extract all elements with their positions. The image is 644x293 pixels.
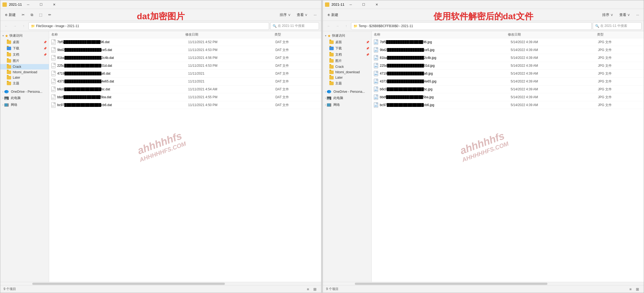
left-back-button[interactable]: ← xyxy=(2,22,10,30)
left-scrollbar[interactable] xyxy=(0,282,321,285)
right-address-box[interactable]: 📁 Temp › $26B8$BCFFB38$0 › 2021-11 xyxy=(351,22,592,30)
right-up-button[interactable]: ↑ xyxy=(342,22,350,30)
right-scrollbar[interactable] xyxy=(323,282,644,285)
right-sidebar-theme[interactable]: 主题 xyxy=(323,80,371,87)
left-sidebar-theme[interactable]: 主题 xyxy=(0,80,49,87)
right-back-button[interactable]: ← xyxy=(325,22,333,30)
left-sidebar-later[interactable]: Later xyxy=(0,75,49,80)
right-grid-view-button[interactable]: ⊞ xyxy=(635,286,640,292)
right-view-buttons: ≡ ⊞ xyxy=(627,286,640,292)
right-sidebar-network-header[interactable]: › 🌐 网络 xyxy=(323,101,371,108)
left-sidebar-documents[interactable]: 文档 📌 xyxy=(0,52,49,58)
left-copy-button[interactable]: ⧉ xyxy=(28,11,36,18)
left-minimize-button[interactable]: ─ xyxy=(22,0,34,9)
right-sidebar-desktop[interactable]: 桌面 📌 xyxy=(323,39,371,45)
right-forward-button[interactable]: → xyxy=(334,22,341,30)
right-title-bar: 2021-11 ─ ☐ ✕ xyxy=(323,0,644,9)
left-rename-button[interactable]: ✏ xyxy=(46,11,54,18)
right-sidebar-quickaccess-header[interactable]: ▾ ★ 快速访问 xyxy=(323,32,371,39)
left-more-button[interactable]: ··· xyxy=(311,11,319,18)
right-maximize-button[interactable]: ☐ xyxy=(358,0,370,9)
table-row[interactable]: JPG4373████████████████4e65.jpg5/14/2022… xyxy=(372,78,644,85)
right-list-view-button[interactable]: ≡ xyxy=(627,286,633,292)
left-sidebar-hitomi[interactable]: hitomi_download xyxy=(0,69,49,75)
left-new-button[interactable]: ⊕ 新建 xyxy=(2,11,18,19)
right-sidebar-hitomi[interactable]: hitomi_download xyxy=(323,69,371,75)
left-scrollbar-thumb[interactable] xyxy=(32,283,225,285)
table-row[interactable]: DATb6c0████████████████bc.dat11/11/2021 … xyxy=(49,85,321,93)
dat-file-icon: DAT xyxy=(51,94,56,100)
left-maximize-button[interactable]: ☐ xyxy=(35,0,47,9)
right-sidebar-downloads[interactable]: 下载 📌 xyxy=(323,45,371,52)
left-documents-label: 文档 xyxy=(13,52,19,57)
left-sidebar-pictures[interactable]: 图片 xyxy=(0,58,49,64)
left-up-button[interactable]: ↑ xyxy=(20,22,27,30)
left-crack-label: Crack xyxy=(13,65,21,69)
right-sidebar-later[interactable]: Later xyxy=(323,75,371,80)
table-row[interactable]: DAT7bf5████████████████96.dat11/11/2021 … xyxy=(49,38,321,46)
left-list-view-button[interactable]: ≡ xyxy=(305,286,311,292)
table-row[interactable]: JPG225d████████████████01d.jpg5/14/2022 … xyxy=(372,62,644,70)
file-date: 11/11/2021 4:53 PM xyxy=(188,48,276,52)
right-minimize-button[interactable]: ─ xyxy=(345,0,357,9)
left-sort-button[interactable]: 排序 ∨ xyxy=(277,11,293,19)
right-scrollbar-thumb[interactable] xyxy=(355,283,547,285)
left-close-button[interactable]: ✕ xyxy=(48,0,60,9)
file-type: DAT 文件 xyxy=(275,103,319,107)
table-row[interactable]: JPG9bd2████████████████ce5.jpg5/14/2022 … xyxy=(372,46,644,54)
left-sidebar-onedrive-header[interactable]: › OneDrive - Persona... xyxy=(0,89,49,95)
table-row[interactable]: DAT4719████████████████a6.dat11/11/2021D… xyxy=(49,70,321,78)
right-sidebar-documents[interactable]: 文档 📌 xyxy=(323,52,371,58)
left-view-button[interactable]: 查看 ∨ xyxy=(294,11,310,19)
right-status-text: 9 个项目 xyxy=(326,287,339,291)
left-sidebar-downloads[interactable]: 下载 📌 xyxy=(0,45,49,52)
right-pictures-label: 图片 xyxy=(335,59,342,63)
left-sidebar-network-header[interactable]: › 🌐 网络 xyxy=(0,101,49,108)
right-col-type: 类型 xyxy=(597,32,642,37)
left-sidebar-thispc-header[interactable]: › 💻 此电脑 xyxy=(0,95,49,101)
file-type: JPG 文件 xyxy=(598,95,642,100)
left-forward-button[interactable]: → xyxy=(11,22,19,30)
table-row[interactable]: JPGb6c0████████████████bc.jpg5/14/2022 4… xyxy=(372,85,644,93)
right-view-button[interactable]: 查看 ∨ xyxy=(617,11,633,19)
table-row[interactable]: DATbc97████████████████cb6.dat11/11/2021… xyxy=(49,101,321,109)
left-grid-view-button[interactable]: ⊞ xyxy=(312,286,318,292)
right-search-box[interactable]: 🔍 在 2021-11 中搜索 xyxy=(593,22,642,30)
right-close-button[interactable]: ✕ xyxy=(371,0,383,9)
table-row[interactable]: JPG7bf5████████████████96.jpg5/14/2022 4… xyxy=(372,38,644,46)
right-thispc-arrow: › xyxy=(325,97,326,100)
dat-file-icon: DAT xyxy=(51,87,56,92)
table-row[interactable]: DATbbdf████████████████5ba.dat11/11/2021… xyxy=(49,93,321,101)
table-row[interactable]: DAT4373████████████████4e65.dat11/11/202… xyxy=(49,78,321,85)
table-row[interactable]: DAT81ba████████████████2c4b.dat11/11/202… xyxy=(49,54,321,62)
right-new-button[interactable]: ⊕ 新建 xyxy=(325,11,341,19)
right-sidebar-onedrive-header[interactable]: › OneDrive - Persona... xyxy=(323,89,371,95)
file-date: 5/14/2022 4:39 AM xyxy=(511,64,598,68)
left-sidebar-crack[interactable]: Crack xyxy=(0,64,49,69)
table-row[interactable]: JPG4719████████████████a6.jpg5/14/2022 4… xyxy=(372,70,644,78)
right-sidebar-pictures[interactable]: 图片 xyxy=(323,58,371,64)
table-row[interactable]: DAT225c████████████████01d.dat11/11/2021… xyxy=(49,62,321,70)
jpg-file-icon: JPG xyxy=(374,87,378,92)
table-row[interactable]: JPGbc97████████████████cb6.jpg5/14/2022 … xyxy=(372,101,644,109)
table-row[interactable]: JPG81ba████████████████2c4b.jpg5/14/2022… xyxy=(372,54,644,62)
left-quickaccess-arrow: ▾ xyxy=(2,34,4,37)
jpg-file-icon: JPG xyxy=(374,79,378,84)
left-search-box[interactable]: 🔍 在 2021-11 中搜索 xyxy=(270,22,319,30)
left-address-box[interactable]: 📁 FileStorage › Image › 2021-11 xyxy=(28,22,269,30)
left-files-container: DAT7bf5████████████████96.dat11/11/2021 … xyxy=(49,38,321,109)
table-row[interactable]: JPGbbdf████████████████5ba.jpg5/14/2022 … xyxy=(372,93,644,101)
left-file-list: 名称 修改日期 类型 DAT7bf5████████████████96.dat… xyxy=(49,31,321,282)
left-sidebar-desktop[interactable]: 桌面 📌 xyxy=(0,39,49,45)
left-title-folder-icon xyxy=(2,2,7,7)
right-sort-button[interactable]: 排序 ∨ xyxy=(600,11,616,19)
table-row[interactable]: DAT9bd2████████████████ce5.dat11/11/2021… xyxy=(49,46,321,54)
left-sidebar-quickaccess-header[interactable]: ▾ ★ 快速访问 xyxy=(0,32,49,39)
right-more-button[interactable]: ··· xyxy=(634,11,642,18)
left-cut-button[interactable]: ✂ xyxy=(19,11,27,18)
left-paste-button[interactable]: ⬚ xyxy=(37,11,45,18)
right-sidebar-thispc-header[interactable]: › 💻 此电脑 xyxy=(323,95,371,101)
right-sidebar-crack[interactable]: Crack xyxy=(323,64,371,69)
file-type: JPG 文件 xyxy=(598,71,642,76)
right-files-container: JPG7bf5████████████████96.jpg5/14/2022 4… xyxy=(372,38,644,109)
